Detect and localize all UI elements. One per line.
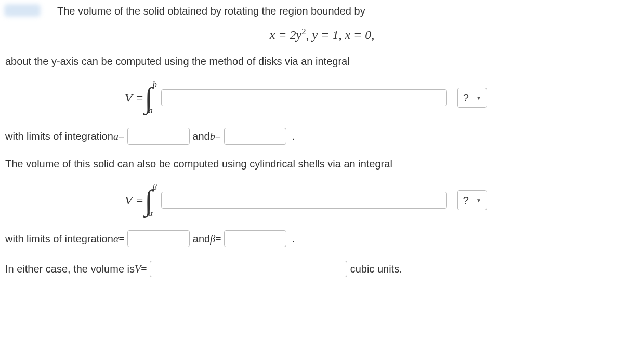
disk-limits-row: with limits of integration a = and b = .: [5, 128, 639, 145]
chevron-down-icon: ▼: [476, 198, 481, 203]
shell-integrand-input[interactable]: [161, 192, 447, 209]
chevron-down-icon: ▼: [476, 95, 481, 101]
dropdown-placeholder-2: ?: [463, 195, 469, 206]
beta-input[interactable]: [224, 230, 286, 247]
volume-input[interactable]: [150, 261, 347, 277]
eq-x: x = 2y2: [270, 28, 306, 42]
limits-prefix-2: with limits of integration: [5, 233, 113, 245]
intro-line-2: about the y-axis can be computed using t…: [5, 56, 639, 68]
integral-symbol-1: ∫ b a: [143, 81, 161, 114]
alpha-symbol: α: [113, 233, 119, 245]
shells-intro-row: The volume of this solid can also be com…: [5, 158, 639, 170]
disk-units-dropdown[interactable]: ? ▼: [457, 88, 487, 108]
final-prefix: In either case, the volume is: [5, 263, 135, 275]
intro-text-2: about the y-axis can be computed using t…: [5, 56, 350, 68]
period-1: .: [292, 131, 295, 142]
shell-limits-row: with limits of integration α = and β = .: [5, 230, 639, 247]
limits-prefix-1: with limits of integration: [5, 131, 113, 142]
alpha-input[interactable]: [127, 230, 190, 247]
dropdown-placeholder-1: ?: [463, 92, 469, 104]
v-equals-1: V =: [125, 91, 143, 105]
shell-units-dropdown[interactable]: ? ▼: [457, 190, 487, 210]
final-suffix: cubic units.: [350, 263, 402, 275]
v-equals-2: V =: [125, 193, 143, 208]
shell-integral-row: V = ∫ β α ? ▼: [5, 184, 639, 217]
intro-line-1: The volume of the solid obtained by rota…: [5, 5, 639, 17]
lower-limit-a: a: [149, 106, 153, 115]
v-symbol: V: [135, 263, 141, 275]
disk-integrand-input[interactable]: [161, 89, 447, 106]
upper-limit-b: b: [153, 80, 157, 89]
b-input[interactable]: [224, 128, 286, 145]
shells-intro-text: The volume of this solid can also be com…: [5, 158, 392, 170]
lower-limit-alpha: α: [149, 209, 153, 218]
a-symbol: a: [113, 131, 119, 142]
period-2: .: [292, 233, 295, 245]
beta-symbol: β: [210, 233, 215, 245]
upper-limit-beta: β: [153, 183, 157, 192]
a-input[interactable]: [127, 128, 190, 145]
intro-text-1: The volume of the solid obtained by rota…: [57, 5, 365, 17]
disk-integral-row: V = ∫ b a ? ▼: [5, 81, 639, 114]
blurred-badge: [4, 4, 41, 17]
integral-symbol-2: ∫ β α: [143, 184, 161, 217]
final-volume-row: In either case, the volume is V = cubic …: [5, 261, 639, 277]
region-equation: x = 2y2, y = 1, x = 0,: [5, 27, 639, 42]
b-symbol: b: [210, 131, 215, 142]
